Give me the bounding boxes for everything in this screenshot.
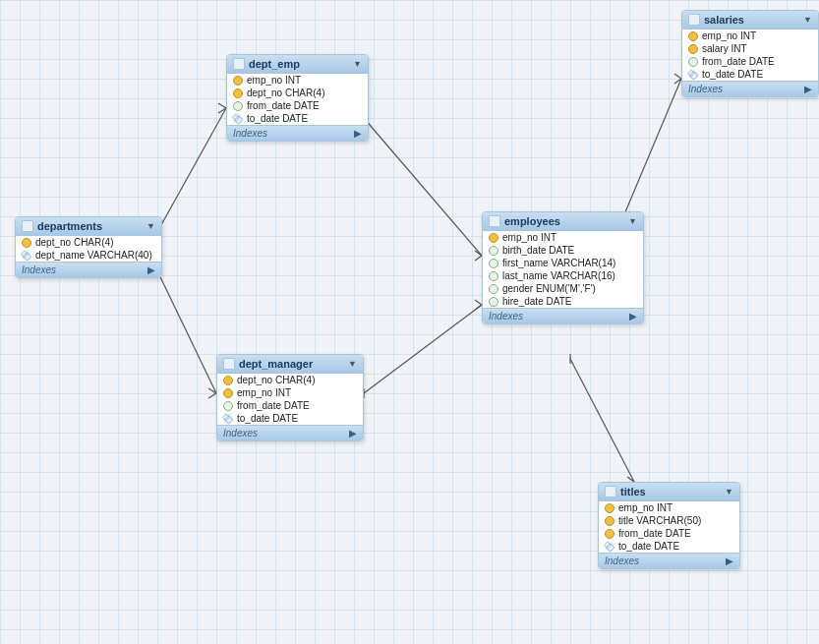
indexes-arrow-icon: ▶ [629,311,637,322]
indexes-label: Indexes [233,128,267,139]
indexes-label: Indexes [223,428,258,439]
field-row: first_name VARCHAR(14) [483,257,643,269]
svg-line-2 [218,108,226,113]
field-name: from_date DATE [247,100,320,111]
table-salaries-header[interactable]: salaries ▼ [682,11,818,29]
indexes-arrow-icon: ▶ [726,556,733,566]
field-name: to_date DATE [702,69,763,80]
field-row: hire_date DATE [483,295,643,308]
regular-icon [688,57,698,67]
table-icon [223,358,235,370]
field-name: gender ENUM('M','F') [502,283,596,294]
pk-icon [688,44,698,54]
pk-icon [233,76,243,86]
fk-icon: ◇ [22,251,31,261]
table-titles-header[interactable]: titles ▼ [599,483,739,501]
field-name: dept_name VARCHAR(40) [35,250,152,261]
field-row: emp_no INT [599,501,739,514]
field-row: ◇ dept_name VARCHAR(40) [16,249,161,262]
table-employees-title: employees [504,215,624,227]
table-departments: departments ▼ dept_no CHAR(4) ◇ dept_nam… [15,216,162,278]
table-titles-title: titles [620,486,721,498]
dropdown-icon[interactable]: ▼ [803,15,812,25]
field-row: emp_no INT [682,29,818,42]
field-name: emp_no INT [702,30,756,41]
table-departments-title: departments [37,220,143,232]
field-name: from_date DATE [702,56,775,67]
indexes-bar[interactable]: Indexes ▶ [682,81,818,96]
fk-icon: ◇ [233,114,243,124]
field-row: gender ENUM('M','F') [483,282,643,295]
field-row: ◇ to_date DATE [217,412,363,425]
field-name: title VARCHAR(50) [618,515,701,526]
svg-line-16 [619,79,681,226]
field-row: dept_no CHAR(4) [227,87,368,99]
table-employees: employees ▼ emp_no INT birth_date DATE f… [482,211,644,324]
svg-line-18 [674,79,681,84]
table-dept-manager-header[interactable]: dept_manager ▼ [217,355,363,374]
pk-icon [223,388,233,398]
dropdown-icon[interactable]: ▼ [353,59,362,69]
field-row: from_date DATE [227,99,368,112]
fk-icon: ◇ [605,542,614,552]
indexes-bar[interactable]: Indexes ▶ [217,425,363,440]
indexes-bar[interactable]: Indexes ▶ [483,308,643,323]
table-dept-emp-title: dept_emp [249,58,349,70]
indexes-label: Indexes [688,84,723,94]
regular-icon [489,246,498,256]
field-row: last_name VARCHAR(16) [483,269,643,282]
table-salaries: salaries ▼ emp_no INT salary INT from_da… [681,10,819,97]
field-row: birth_date DATE [483,244,643,257]
regular-icon [489,271,498,281]
field-name: emp_no INT [502,232,556,243]
dropdown-icon[interactable]: ▼ [725,487,733,497]
field-name: emp_no INT [247,75,301,86]
svg-line-12 [364,305,482,393]
field-row: emp_no INT [483,231,643,244]
regular-icon [489,259,498,268]
svg-line-14 [475,305,482,310]
dropdown-icon[interactable]: ▼ [628,216,637,226]
field-row: from_date DATE [682,55,818,68]
indexes-label: Indexes [22,264,56,275]
field-row: ◇ to_date DATE [227,112,368,125]
regular-icon [489,284,498,294]
dropdown-icon[interactable]: ▼ [348,359,357,369]
field-name: birth_date DATE [502,245,574,256]
field-name: to_date DATE [237,413,298,424]
svg-line-19 [570,359,634,482]
dropdown-icon[interactable]: ▼ [146,221,155,231]
field-row: emp_no INT [217,386,363,399]
regular-icon [223,401,233,411]
field-name: from_date DATE [618,528,691,539]
field-row: title VARCHAR(50) [599,514,739,527]
table-titles: titles ▼ emp_no INT title VARCHAR(50) fr… [598,482,740,569]
table-dept-emp: dept_emp ▼ emp_no INT dept_no CHAR(4) fr… [226,54,369,142]
table-dept-emp-header[interactable]: dept_emp ▼ [227,55,368,74]
field-name: dept_no CHAR(4) [35,237,113,248]
svg-line-8 [364,118,482,256]
table-dept-manager-title: dept_manager [239,358,344,370]
fk-icon: ◇ [223,414,233,424]
indexes-arrow-icon: ▶ [354,128,362,139]
indexes-arrow-icon: ▶ [349,428,357,439]
pk-icon [22,238,31,248]
table-employees-header[interactable]: employees ▼ [483,212,643,231]
pk-icon [605,529,614,539]
indexes-arrow-icon: ▶ [804,84,812,94]
indexes-bar[interactable]: Indexes ▶ [599,553,739,568]
field-row: from_date DATE [599,527,739,540]
indexes-bar[interactable]: Indexes ▶ [16,262,161,277]
field-row: dept_no CHAR(4) [217,374,363,386]
field-name: to_date DATE [247,113,308,124]
field-row: ◇ to_date DATE [682,68,818,81]
field-name: from_date DATE [237,400,310,411]
pk-icon [605,503,614,513]
field-name: last_name VARCHAR(16) [502,270,615,281]
indexes-bar[interactable]: Indexes ▶ [227,125,368,141]
table-departments-header[interactable]: departments ▼ [16,217,161,236]
fk-icon: ◇ [688,70,698,80]
svg-line-10 [475,256,482,261]
field-row: emp_no INT [227,74,368,87]
table-icon [489,215,500,227]
